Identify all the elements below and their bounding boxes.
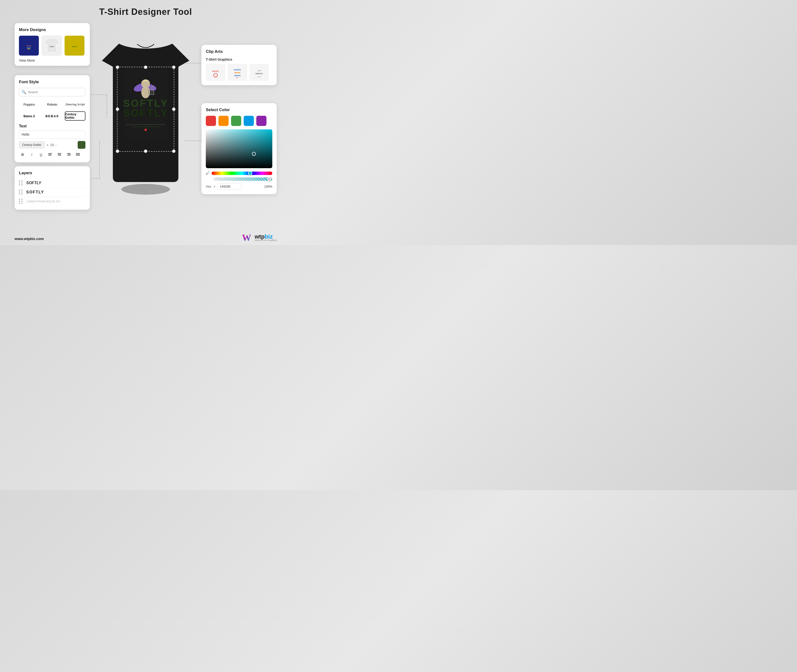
clip-thumbs: SKATE ∞ SHARKS NEVER DREAM BIG softly SO…	[206, 64, 272, 81]
clip-thumb-skate[interactable]: SKATE ∞	[206, 64, 225, 81]
svg-text:PRODUCED BY MARY FAIR MICHAELS: PRODUCED BY MARY FAIR MICHAELS AND BABY …	[131, 126, 160, 127]
align-left-button[interactable]	[46, 151, 54, 158]
more-designs-panel: More Designs WORDS MATTER BIG YOGA SKATE	[14, 23, 90, 66]
layer-text-1: SOFTLY	[26, 181, 41, 185]
svg-text:SHARKS: SHARKS	[234, 69, 241, 70]
swatch-red[interactable]	[206, 116, 216, 126]
color-swatches-row	[206, 116, 272, 126]
wtp-part: wtp	[254, 233, 264, 240]
svg-point-29	[144, 129, 147, 131]
opacity-thumb[interactable]	[267, 177, 271, 181]
layer-item-3[interactable]: LOREM IPSUM DOLOR SIT...	[19, 197, 85, 205]
font-roboto[interactable]: Roboto	[42, 100, 62, 109]
eyedropper-icon[interactable]: 🖊	[206, 171, 210, 176]
layers-title: Layers	[19, 171, 85, 176]
text-section: Text	[19, 124, 85, 139]
font-name-badge[interactable]: Century Gothic	[19, 141, 45, 148]
svg-text:BIG: BIG	[236, 77, 238, 78]
design-thumb-white[interactable]: YOGA	[42, 36, 62, 56]
font-grid: Poppins Roboto Dancing Script Baloo 2 BE…	[19, 100, 85, 121]
search-input[interactable]	[28, 90, 83, 94]
svg-text:W: W	[242, 232, 251, 242]
hue-thumb[interactable]	[248, 171, 253, 176]
font-century-gothic[interactable]: Century Gothic	[65, 111, 85, 121]
view-more-link[interactable]: View More	[19, 59, 85, 62]
design-thumbnails: WORDS MATTER BIG YOGA SKATE	[19, 36, 85, 56]
footer-brand: W wtpbiz Web to Print Simplified	[241, 232, 277, 242]
clip-arts-title: Clip Arts	[206, 49, 272, 54]
font-controls: Century Gothic + 10 -	[19, 141, 85, 149]
svg-point-30	[122, 184, 170, 195]
swatch-orange[interactable]	[218, 116, 229, 126]
text-color-swatch[interactable]	[78, 141, 85, 149]
biz-part: biz	[264, 233, 272, 240]
underline-button[interactable]: U	[37, 151, 45, 158]
svg-rect-47	[251, 65, 268, 80]
opacity-percentage: 100%	[264, 185, 272, 188]
clip-thumb-softly[interactable]: softly SOFTLY graphic	[250, 64, 269, 81]
swatch-cyan[interactable]	[244, 116, 254, 126]
svg-text:graphic: graphic	[257, 76, 261, 77]
hex-row: Hex ▾ 100%	[206, 183, 272, 190]
font-size-control: + 10 -	[46, 143, 56, 147]
font-poppins[interactable]: Poppins	[19, 100, 40, 109]
design-thumb-navy[interactable]: WORDS MATTER BIG	[19, 36, 39, 56]
tshirt-canvas[interactable]: SOFTLY SOFTLY DIRECTED BY WALT FAIR AND …	[99, 29, 192, 204]
layer-drag-2[interactable]	[19, 190, 23, 195]
swatch-purple[interactable]	[256, 116, 266, 126]
wtpbiz-text: wtpbiz Web to Print Simplified	[254, 233, 277, 242]
justify-button[interactable]	[74, 151, 82, 158]
gradient-picker[interactable]	[206, 130, 272, 168]
svg-text:WORDS: WORDS	[26, 45, 31, 46]
page-title: T-Shirt Designer Tool	[0, 0, 291, 17]
svg-text:DREAM: DREAM	[234, 75, 240, 77]
wtp-tagline: Web to Print Simplified	[254, 239, 277, 242]
align-right-button[interactable]	[65, 151, 72, 158]
search-box[interactable]: 🔍	[19, 88, 85, 96]
layer-text-3: LOREM IPSUM DOLOR SIT...	[26, 200, 62, 203]
clip-arts-panel: Clip Arts T-Shirt Graphics SKATE ∞ SHARK…	[202, 45, 277, 85]
layer-drag-3[interactable]	[19, 199, 23, 204]
font-baloo[interactable]: Baloo 2	[19, 111, 40, 121]
hue-slider-row: 🖊	[206, 171, 272, 176]
wtpbiz-logo-icon: W	[241, 232, 253, 242]
svg-text:SKATE: SKATE	[72, 46, 77, 47]
font-size-plus[interactable]: +	[46, 143, 48, 147]
font-size-minus[interactable]: -	[55, 143, 56, 147]
footer-website: www.wtpbiz.com	[14, 237, 44, 241]
italic-button[interactable]: I	[28, 151, 35, 158]
hex-dropdown[interactable]: ▾	[214, 185, 215, 188]
gradient-cursor[interactable]	[252, 152, 256, 156]
font-dancing[interactable]: Dancing Script	[65, 100, 85, 109]
svg-text:DIRECTED BY WALT FAIR AND MARI: DIRECTED BY WALT FAIR AND MARIAN MICHAEL…	[126, 124, 165, 125]
svg-text:SKATE: SKATE	[212, 70, 219, 72]
layer-item-2[interactable]: SOFTLY	[19, 188, 85, 196]
select-color-panel: Select Color 🖊 Hex ▾ 100%	[202, 103, 277, 194]
font-size-value: 10	[50, 143, 54, 147]
svg-text:SOFTLY: SOFTLY	[256, 72, 263, 75]
hue-slider[interactable]	[211, 171, 272, 175]
more-designs-title: More Designs	[19, 27, 85, 32]
layer-drag-1[interactable]	[19, 180, 23, 186]
opacity-slider[interactable]	[213, 178, 272, 181]
search-icon: 🔍	[22, 90, 26, 94]
svg-text:BIG: BIG	[27, 48, 30, 50]
select-color-title: Select Color	[206, 107, 272, 112]
design-thumb-yellow[interactable]: SKATE	[64, 36, 85, 56]
font-style-title: Font Style	[19, 80, 85, 85]
swatch-green[interactable]	[231, 116, 241, 126]
layer-item-1[interactable]: SOFTLY	[19, 179, 85, 187]
align-center-button[interactable]	[56, 151, 63, 158]
clip-thumb-sharks[interactable]: SHARKS NEVER DREAM BIG	[228, 64, 247, 81]
hex-input[interactable]	[217, 183, 242, 190]
hex-label: Hex	[206, 185, 211, 188]
layer-text-2: SOFTLY	[26, 190, 44, 194]
font-bebas[interactable]: BEBAS	[42, 111, 62, 121]
svg-text:softly: softly	[258, 70, 261, 71]
svg-text:NEVER: NEVER	[234, 72, 240, 74]
text-input[interactable]	[19, 130, 85, 139]
bold-button[interactable]: B	[19, 151, 26, 158]
opacity-slider-row	[206, 178, 272, 181]
font-style-panel: Font Style 🔍 Poppins Roboto Dancing Scri…	[14, 75, 90, 162]
layers-panel: Layers SOFTLY SOFTLY LOREM IPSUM DOLOR S…	[14, 166, 90, 210]
